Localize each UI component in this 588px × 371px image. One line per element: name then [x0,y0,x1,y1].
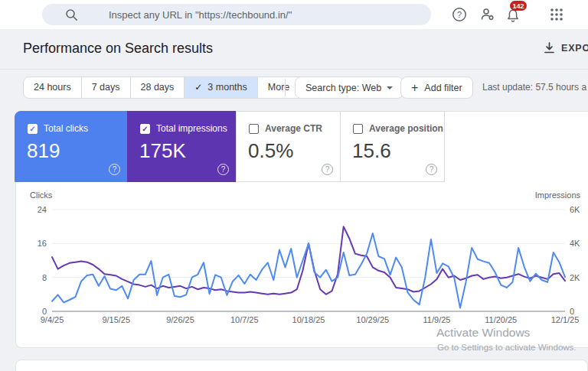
metric-tiles: ✓ Total clicks 819 ? ✓ Total impressions… [15,111,445,182]
search-icon [65,8,78,21]
total-clicks-checkbox[interactable]: ✓ [28,124,38,134]
help-icon[interactable]: ? [452,7,467,22]
help-icon[interactable]: ? [217,164,229,175]
right-axis-tick: 4K [570,239,580,248]
user-settings-icon[interactable] [480,7,495,22]
divider [285,79,286,96]
x-axis-label: 10/7/25 [220,315,269,324]
x-axis-label: 10/29/25 [348,315,397,324]
url-inspect-search[interactable] [42,4,431,25]
activate-windows-subtext: Go to Settings to activate Windows. [437,343,577,352]
date-range-24-hours[interactable]: 24 hours [24,77,81,98]
left-axis-tick: 16 [16,239,47,248]
average-position-checkbox[interactable] [353,124,363,134]
search-type-filter[interactable]: Search type: Web [295,76,403,99]
last-update-text: Last update: 57.5 hours a [482,82,586,93]
x-axis-label: 11/20/25 [476,315,525,324]
x-axis-label: 11/9/25 [413,315,462,324]
notification-badge: 142 [510,1,527,11]
x-axis-label: 10/18/25 [284,315,333,324]
right-axis-tick: 2K [570,273,580,282]
performance-card: ✓ Total clicks 819 ? ✓ Total impressions… [15,111,588,348]
divider [0,69,588,70]
page-title: Performance on Search results [23,41,213,57]
average-ctr-value: 0.5% [248,139,293,163]
x-axis-label: 9/26/25 [156,315,205,324]
activate-windows-watermark: Activate Windows [436,326,530,340]
total-clicks-line [52,233,565,308]
help-icon[interactable]: ? [426,164,437,175]
next-section-card [15,360,588,371]
metric-total-clicks[interactable]: ✓ Total clicks 819 ? [15,111,128,182]
notifications-icon[interactable] [505,8,521,24]
plus-icon: + [411,81,418,95]
date-range-group: 24 hours 7 days 28 days ✓ 3 months More [23,76,312,99]
search-input[interactable] [109,9,415,21]
total-impressions-checkbox[interactable]: ✓ [140,124,150,134]
performance-line-chart[interactable] [52,210,565,311]
date-range-7-days[interactable]: 7 days [81,77,130,98]
add-filter-button[interactable]: + Add filter [400,76,473,99]
right-axis-title: Impressions [535,190,580,200]
chevron-down-icon [387,86,393,89]
left-axis-tick: 8 [16,273,47,282]
average-ctr-checkbox[interactable] [249,124,259,134]
export-button[interactable]: EXPORT [544,42,588,54]
svg-text:?: ? [457,10,462,19]
x-axis-label: 9/15/25 [92,315,141,324]
metric-average-ctr[interactable]: Average CTR 0.5% ? [236,111,341,182]
total-impressions-line [52,226,565,295]
total-impressions-value: 175K [139,139,186,163]
export-label: EXPORT [561,43,588,54]
help-icon[interactable]: ? [109,164,120,175]
apps-grid-icon[interactable] [549,7,564,22]
help-icon[interactable]: ? [322,164,333,175]
left-axis-tick: 24 [16,205,47,214]
left-axis-title: Clicks [30,190,52,200]
check-icon: ✓ [194,77,202,98]
right-axis-tick: 6K [570,205,580,214]
date-range-3-months[interactable]: ✓ 3 months [184,77,256,98]
total-clicks-value: 819 [27,139,60,163]
average-position-value: 15.6 [352,139,391,163]
x-axis-label: 9/4/25 [28,315,77,324]
metric-total-impressions[interactable]: ✓ Total impressions 175K ? [127,111,237,182]
top-bar: ? 142 [0,0,588,29]
metric-average-position[interactable]: Average position 15.6 ? [340,111,445,182]
download-icon [544,42,555,54]
date-range-28-days[interactable]: 28 days [130,77,185,98]
x-axis-label: 12/1/25 [541,315,588,324]
